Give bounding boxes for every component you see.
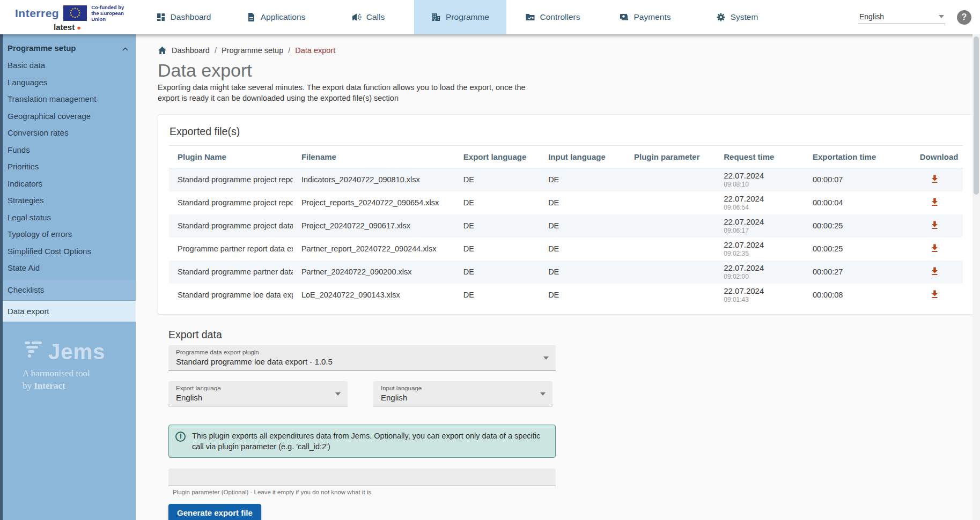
cell-filename: Partner_report_20240722_090244.xlsx <box>293 237 455 261</box>
cell-request-time: 22.07.202409:02:00 <box>715 261 804 284</box>
download-icon[interactable] <box>920 289 940 301</box>
nav-applications[interactable]: Applications <box>230 0 322 34</box>
sidebar-item-funds[interactable]: Funds <box>0 142 136 159</box>
page-scrollbar[interactable] <box>972 34 980 520</box>
download-icon[interactable] <box>920 220 940 232</box>
page-subtitle: Exporting data might take several minute… <box>158 83 528 103</box>
export-language-label: Export language <box>176 385 331 391</box>
sidebar-scrollbar[interactable] <box>0 34 3 520</box>
cell-export-language: DE <box>455 237 540 261</box>
applications-icon <box>246 12 256 22</box>
download-icon[interactable] <box>920 197 940 209</box>
cell-download <box>911 214 963 237</box>
cell-exportation-time: 00:00:04 <box>804 191 911 214</box>
sidebar-item-simplified-cost-options[interactable]: Simplified Cost Options <box>0 243 136 260</box>
cell-download <box>911 191 963 214</box>
plugin-select-value: Standard programme loe data export - 1.0… <box>176 357 540 366</box>
cell-plugin-parameter <box>625 284 715 307</box>
system-icon <box>716 12 726 22</box>
cell-plugin-parameter <box>625 168 715 191</box>
nav-dashboard[interactable]: Dashboard <box>137 0 230 34</box>
exported-files-card: Exported file(s) Plugin Name Filename Ex… <box>158 114 974 315</box>
cell-plugin-name: Standard programme project data ... <box>169 214 293 237</box>
nav-label: System <box>731 12 758 22</box>
sidebar-item-languages[interactable]: Languages <box>0 74 136 91</box>
cell-filename: LoE_20240722_090143.xlsx <box>293 284 455 307</box>
chevron-up-icon[interactable] <box>122 43 128 53</box>
nav-system[interactable]: System <box>691 0 783 34</box>
cell-plugin-name: Standard programme project repo... <box>169 191 293 214</box>
breadcrumb-dashboard[interactable]: Dashboard <box>172 46 210 55</box>
cell-plugin-name: Standard programme project repo... <box>169 168 293 191</box>
scrollbar-thumb[interactable] <box>974 36 979 195</box>
calls-icon <box>351 12 362 22</box>
cell-plugin-name: Standard programme loe data exp... <box>169 284 293 307</box>
plugin-select[interactable]: Programme data export plugin Standard pr… <box>168 345 556 370</box>
plugin-parameter-input[interactable] <box>168 469 556 486</box>
export-language-select[interactable]: Export language English <box>168 381 348 406</box>
version-dot: ● <box>77 24 81 32</box>
version-label: latest ● <box>54 23 124 32</box>
export-data-section: Export data Programme data export plugin… <box>168 329 980 520</box>
breadcrumb-separator: / <box>288 46 290 55</box>
jems-tagline: A harmonised tool by Interact <box>23 367 136 392</box>
table-row: Standard programme loe data exp...LoE_20… <box>169 284 963 307</box>
sidebar-section-programme-setup[interactable]: Programme setup <box>0 34 136 57</box>
col-filename: Filename <box>293 146 455 168</box>
programme-icon <box>431 12 441 22</box>
cell-input-language: DE <box>540 237 625 261</box>
nav-calls[interactable]: Calls <box>322 0 414 34</box>
sidebar-item-geographical-coverage[interactable]: Geographical coverage <box>0 108 136 125</box>
sidebar-item-strategies[interactable]: Strategies <box>0 192 136 209</box>
sidebar-item-priorities[interactable]: Priorities <box>0 158 136 175</box>
sidebar-item-conversion-rates[interactable]: Conversion rates <box>0 124 136 142</box>
plugin-parameter-helper: Plugin parameter (Optional) - Leave it e… <box>168 489 980 495</box>
cell-input-language: DE <box>540 261 625 284</box>
cell-export-language: DE <box>455 168 540 191</box>
download-icon[interactable] <box>920 266 940 278</box>
breadcrumb-programme-setup[interactable]: Programme setup <box>222 46 283 55</box>
table-row: Standard programme project repo...Projec… <box>169 191 963 214</box>
sidebar-item-indicators[interactable]: Indicators <box>0 175 136 192</box>
cell-plugin-parameter <box>625 214 715 237</box>
sidebar-item-state-aid[interactable]: State Aid <box>0 259 136 277</box>
nav-payments[interactable]: Payments <box>599 0 691 34</box>
home-icon[interactable] <box>158 46 167 55</box>
sidebar-item-checklists[interactable]: Checklists <box>0 279 136 301</box>
nav-programme[interactable]: Programme <box>414 0 506 34</box>
info-icon: i <box>175 432 186 442</box>
sidebar-item-data-export[interactable]: Data export <box>0 301 136 322</box>
chevron-down-icon <box>939 15 944 18</box>
cell-input-language: DE <box>540 191 625 214</box>
col-plugin-name: Plugin Name <box>169 146 293 168</box>
cell-plugin-parameter <box>625 191 715 214</box>
col-export-language: Export language <box>455 146 540 168</box>
language-select[interactable]: English <box>858 10 945 24</box>
sidebar-item-translation-management[interactable]: Translation management <box>0 91 136 108</box>
cell-filename: Indicators_20240722_090810.xlsx <box>293 168 455 191</box>
input-language-label: Input language <box>381 385 536 391</box>
cell-plugin-parameter <box>625 237 715 261</box>
cell-filename: Project_reports_20240722_090654.xlsx <box>293 191 455 214</box>
table-row: Standard programme project repo...Indica… <box>169 168 963 191</box>
nav-label: Dashboard <box>171 12 211 22</box>
exported-files-heading: Exported file(s) <box>170 125 963 138</box>
sidebar-item-typology-of-errors[interactable]: Typology of errors <box>0 226 136 243</box>
download-icon[interactable] <box>920 174 940 185</box>
help-icon[interactable]: ? <box>957 10 971 25</box>
cell-filename: Project_20240722_090617.xlsx <box>293 214 455 237</box>
sidebar-item-basic-data[interactable]: Basic data <box>0 57 136 74</box>
app-logo: Interreg Co-funded by the European Union <box>0 0 124 34</box>
generate-export-button[interactable]: Generate export file <box>168 504 261 520</box>
sidebar-item-legal-status[interactable]: Legal status <box>0 209 136 226</box>
download-icon[interactable] <box>920 243 940 255</box>
nav-controllers[interactable]: Controllers <box>506 0 599 34</box>
cell-request-time: 22.07.202409:06:17 <box>715 214 804 237</box>
page-title: Data export <box>158 60 980 81</box>
input-language-select[interactable]: Input language English <box>373 381 552 406</box>
sidebar: Programme setup Basic dataLanguagesTrans… <box>0 34 136 520</box>
nav-label: Calls <box>366 12 385 22</box>
exported-files-table: Plugin Name Filename Export language Inp… <box>169 145 963 307</box>
col-exportation-time: Exportation time <box>804 146 911 168</box>
sidebar-menu-other: ChecklistsData export <box>0 279 136 322</box>
